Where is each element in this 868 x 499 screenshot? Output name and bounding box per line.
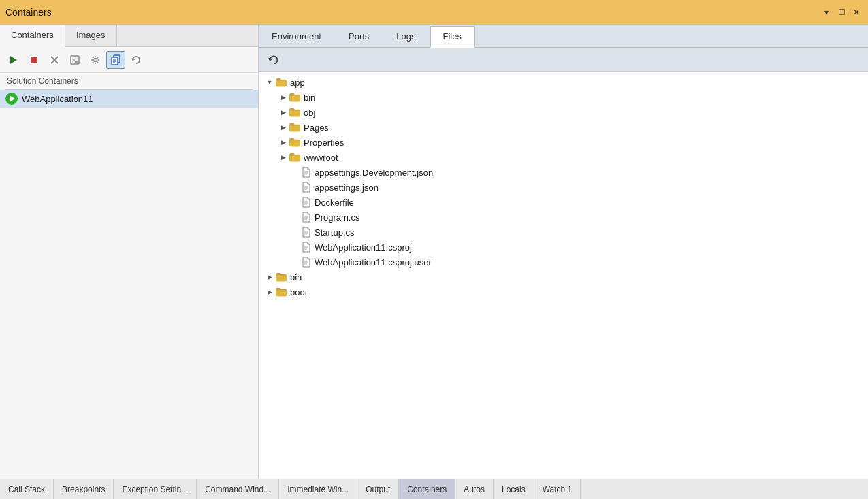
copy-files-button[interactable] [106,51,125,69]
file-icon-csproj-user [301,257,312,268]
file-node-appsettings[interactable]: appsettings.json [259,180,868,195]
section-header: Solution Containers [0,73,258,89]
tab-environment[interactable]: Environment [259,26,334,47]
file-node-startup[interactable]: Startup.cs [259,225,868,240]
refresh-button[interactable] [127,51,146,69]
bottom-tab-locals[interactable]: Locals [494,479,534,499]
tab-images[interactable]: Images [65,25,117,46]
file-node-boot[interactable]: boot [259,285,868,300]
bottom-tab-containers[interactable]: Containers [399,479,455,499]
chevron-bin-root [264,272,275,283]
file-node-program[interactable]: Program.cs [259,210,868,225]
folder-icon-boot [275,287,287,297]
bottom-tab-exception-settings[interactable]: Exception Settin... [114,479,197,499]
file-node-app[interactable]: app [259,75,868,90]
bottom-tab-output[interactable]: Output [357,479,399,499]
settings-button[interactable] [86,51,105,69]
file-label-pages: Pages [304,123,329,133]
tab-files[interactable]: Files [430,26,475,48]
file-icon-appsettings-dev [301,167,312,178]
close-btn[interactable]: ✕ [850,6,863,18]
running-icon [5,93,18,105]
main-content: Containers Images [0,25,868,479]
bottom-tab-autos[interactable]: Autos [455,479,494,499]
svg-point-6 [94,58,97,61]
bottom-tab-bar: Call Stack Breakpoints Exception Settin.… [0,479,868,499]
stop-button[interactable] [25,51,44,69]
file-tree-content: app bin [259,72,868,302]
file-label-csproj: WebApplication11.csproj [315,242,412,253]
file-label-startup: Startup.cs [315,227,355,238]
folder-icon-obj [289,108,301,117]
terminal-button[interactable] [65,51,84,69]
folder-icon-properties [289,138,301,147]
play-arrow-icon [10,95,15,102]
folder-icon-bin-app [289,93,301,102]
file-tree[interactable]: app bin [259,72,868,479]
chevron-obj [278,107,289,118]
chevron-pages [278,122,289,133]
title-bar-title: Containers [5,7,52,18]
folder-icon-wwwroot [289,152,301,162]
chevron-wwwroot [278,152,289,163]
bottom-tab-breakpoints[interactable]: Breakpoints [54,479,114,499]
file-icon-program [301,212,312,223]
file-label-dockerfile: Dockerfile [315,197,354,208]
svg-rect-1 [31,57,37,63]
chevron-app [264,77,275,88]
title-bar: Containers ▾ ☐ ✕ [0,0,868,25]
chevron-bin-app [278,92,289,103]
file-node-bin-app[interactable]: bin [259,90,868,105]
right-panel: Environment Ports Logs Files [259,25,868,479]
bottom-tab-call-stack[interactable]: Call Stack [0,479,54,499]
file-node-wwwroot[interactable]: wwwroot [259,150,868,165]
bottom-tab-command-window[interactable]: Command Wind... [197,479,279,499]
file-icon-dockerfile [301,197,312,208]
start-button[interactable] [4,51,23,69]
tab-ports[interactable]: Ports [336,26,382,47]
file-node-csproj[interactable]: WebApplication11.csproj [259,240,868,255]
folder-icon-bin-root [275,272,287,282]
maximize-btn[interactable]: ☐ [835,6,848,18]
tab-logs[interactable]: Logs [383,26,428,47]
file-node-appsettings-dev[interactable]: appsettings.Development.json [259,165,868,180]
file-icon-appsettings [301,182,312,193]
file-node-dockerfile[interactable]: Dockerfile [259,195,868,210]
file-label-obj: obj [304,108,315,118]
left-panel: Containers Images [0,25,259,479]
file-node-pages[interactable]: Pages [259,120,868,135]
file-label-boot: boot [290,287,307,297]
container-name: WebApplication11 [22,94,93,104]
file-label-appsettings-dev: appsettings.Development.json [315,167,433,178]
file-node-csproj-user[interactable]: WebApplication11.csproj.user [259,255,868,270]
chevron-boot [264,287,275,297]
svg-marker-0 [10,56,17,64]
bottom-tab-watch1[interactable]: Watch 1 [534,479,581,499]
folder-icon-pages [289,123,301,132]
file-label-csproj-user: WebApplication11.csproj.user [315,257,432,268]
file-icon-startup [301,227,312,238]
left-tab-bar: Containers Images [0,25,258,47]
container-item-webapplication11[interactable]: WebApplication11 [0,90,258,108]
left-toolbar [0,47,258,73]
remove-button[interactable] [45,51,64,69]
tab-containers[interactable]: Containers [0,25,65,47]
file-label-wwwroot: wwwroot [304,152,338,163]
refresh-files-button[interactable] [264,51,283,69]
dropdown-arrow-btn[interactable]: ▾ [820,6,833,18]
container-list: WebApplication11 [0,90,258,479]
file-node-obj[interactable]: obj [259,105,868,120]
bottom-tab-immediate-window[interactable]: Immediate Win... [279,479,357,499]
file-label-bin-root: bin [290,272,302,283]
file-label-properties: Properties [304,138,344,148]
file-label-bin-app: bin [304,93,315,103]
chevron-properties [278,137,289,148]
title-bar-controls: ▾ ☐ ✕ [820,6,863,18]
right-toolbar [259,48,868,72]
right-tab-bar: Environment Ports Logs Files [259,25,868,48]
file-label-appsettings: appsettings.json [315,182,379,193]
folder-icon-app [275,78,287,87]
file-node-properties[interactable]: Properties [259,135,868,150]
file-label-app: app [290,78,305,88]
file-node-bin-root[interactable]: bin [259,270,868,285]
